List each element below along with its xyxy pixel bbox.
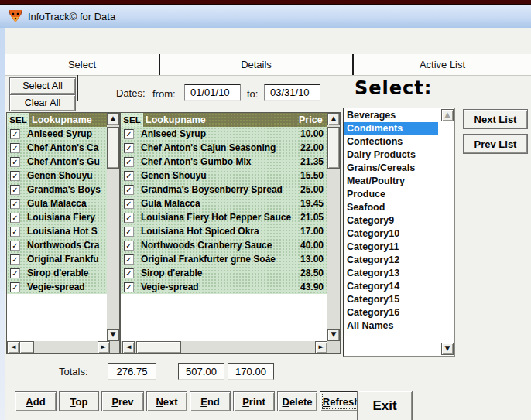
left-grid-hscroll-thumb[interactable] (19, 341, 34, 353)
row-checkbox-icon[interactable]: ✓ (124, 227, 134, 237)
left-grid-vscroll-thumb[interactable] (107, 127, 119, 169)
table-row[interactable]: ✓Genen Shouyu15.50 (121, 169, 327, 183)
row-checkbox-icon[interactable]: ✓ (10, 227, 20, 237)
row-checkbox-icon[interactable]: ✓ (10, 157, 20, 167)
category-item[interactable]: Beverages (344, 109, 438, 122)
scroll-up-icon[interactable]: ▲ (441, 109, 454, 121)
row-checkbox-icon[interactable]: ✓ (124, 171, 134, 181)
table-row[interactable]: ✓Sirop d'erable28.50 (121, 266, 327, 280)
table-row[interactable]: ✓Vegie-spread43.90 (121, 280, 327, 294)
row-checkbox-icon[interactable]: ✓ (124, 199, 134, 209)
scroll-down-icon[interactable]: ▼ (441, 343, 454, 355)
table-row[interactable]: ✓Grandma's Boysenberry Spread25.00 (121, 183, 327, 196)
row-checkbox-icon[interactable]: ✓ (10, 199, 20, 209)
nav-add-button[interactable]: Add (15, 391, 57, 411)
nav-delete-button[interactable]: Delete (277, 391, 317, 411)
table-row[interactable]: ✓Louisiana Hot Spiced Okra17.00 (121, 224, 327, 238)
table-row[interactable]: ✓Aniseed Syrup10.00 (121, 127, 327, 141)
category-item[interactable]: Category9 (344, 214, 438, 227)
right-grid-price-header[interactable]: Price (296, 113, 327, 127)
row-checkbox-icon[interactable]: ✓ (10, 143, 20, 153)
row-checkbox-icon[interactable]: ✓ (124, 254, 134, 265)
row-checkbox-icon[interactable]: ✓ (124, 143, 134, 153)
category-item[interactable]: Category14 (344, 280, 438, 293)
row-checkbox-icon[interactable]: ✓ (10, 171, 20, 181)
scroll-down-icon[interactable]: ▼ (107, 329, 119, 341)
scroll-right-icon[interactable]: ► (98, 341, 110, 353)
category-item[interactable]: Confections (344, 135, 438, 149)
table-row[interactable]: ✓Gula Malacca19.45 (121, 196, 327, 210)
table-row[interactable]: ✓Chef Anton's Gumbo Mix21.35 (121, 155, 327, 169)
table-row[interactable]: ✓Gula Malacca (7, 196, 107, 210)
row-checkbox-icon[interactable]: ✓ (124, 129, 134, 139)
row-checkbox-icon[interactable]: ✓ (10, 185, 20, 195)
category-item[interactable]: Condiments (344, 122, 438, 135)
nav-print-button[interactable]: Print (233, 391, 275, 411)
category-item[interactable]: Dairy Products (344, 149, 438, 162)
prev-list-button[interactable]: Prev List (463, 134, 528, 154)
row-checkbox-icon[interactable]: ✓ (10, 268, 20, 278)
category-item[interactable]: Category16 (344, 306, 438, 319)
category-item[interactable]: All Names (344, 319, 438, 333)
clear-all-button[interactable]: Clear All (9, 94, 76, 111)
row-checkbox-icon[interactable]: ✓ (10, 282, 20, 292)
scroll-left-icon[interactable]: ◄ (122, 341, 135, 353)
exit-button[interactable]: Exit (357, 391, 413, 420)
left-grid-name-header[interactable]: Lookupname (29, 113, 107, 127)
scroll-left-icon[interactable]: ◄ (7, 341, 19, 353)
tab-select[interactable]: Select (5, 54, 160, 75)
table-row[interactable]: ✓Sirop d'erable (7, 266, 107, 280)
category-item[interactable]: Category12 (344, 254, 438, 267)
category-item[interactable]: Category13 (344, 267, 438, 280)
row-checkbox-icon[interactable]: ✓ (10, 254, 20, 265)
table-row[interactable]: ✓Louisiana Hot S (7, 224, 107, 238)
table-row[interactable]: ✓Northwoods Cra (7, 238, 107, 252)
scroll-down-icon[interactable]: ▼ (327, 329, 340, 341)
row-checkbox-icon[interactable]: ✓ (10, 213, 20, 223)
category-item[interactable]: Category10 (344, 227, 438, 241)
nav-end-button[interactable]: End (190, 391, 231, 411)
table-row[interactable]: ✓Original Frankfurter grne Soáe13.00 (121, 252, 327, 266)
table-row[interactable]: ✓Louisiana Fiery (7, 210, 107, 224)
row-name: Sirop d'erable (141, 268, 203, 278)
row-checkbox-icon[interactable]: ✓ (10, 129, 20, 139)
table-row[interactable]: ✓Northwoods Cranberry Sauce40.00 (121, 238, 327, 252)
category-item[interactable]: Grains/Cereals (344, 162, 438, 175)
category-item[interactable]: Category11 (344, 241, 438, 254)
nav-next-button[interactable]: Next (146, 391, 187, 411)
table-row[interactable]: ✓Louisiana Fiery Hot Pepper Sauce21.05 (121, 210, 327, 224)
nav-prev-button[interactable]: Prev (101, 391, 144, 411)
table-row[interactable]: ✓Original Frankfu (7, 252, 107, 266)
table-row[interactable]: ✓Chef Anton's Gu (7, 155, 107, 169)
tab-details[interactable]: Details (160, 54, 354, 75)
row-checkbox-icon[interactable]: ✓ (124, 282, 134, 292)
row-checkbox-icon[interactable]: ✓ (124, 268, 134, 278)
table-row[interactable]: ✓Vegie-spread (7, 280, 107, 294)
row-checkbox-icon[interactable]: ✓ (124, 213, 134, 223)
scroll-up-icon[interactable]: ▲ (327, 113, 340, 125)
scroll-right-icon[interactable]: ► (315, 341, 327, 353)
category-item[interactable]: Category15 (344, 293, 438, 306)
row-checkbox-icon[interactable]: ✓ (10, 241, 20, 251)
table-row[interactable]: ✓Genen Shouyu (7, 169, 107, 183)
scroll-up-icon[interactable]: ▲ (107, 113, 119, 125)
table-row[interactable]: ✓Aniseed Syrup (7, 127, 107, 141)
category-item[interactable]: Meat/Poultry (344, 175, 438, 188)
right-grid-vscroll-thumb[interactable] (327, 127, 340, 169)
tab-active-list[interactable]: Active List (354, 54, 531, 75)
next-list-button[interactable]: Next List (463, 109, 528, 129)
table-row[interactable]: ✓Grandma's Boys (7, 183, 107, 196)
row-checkbox-icon[interactable]: ✓ (124, 185, 134, 195)
row-checkbox-icon[interactable]: ✓ (124, 241, 134, 251)
date-from-input[interactable] (184, 84, 241, 101)
select-all-button[interactable]: Select All (9, 77, 76, 94)
right-grid-hscroll-thumb[interactable] (136, 341, 181, 353)
row-checkbox-icon[interactable]: ✓ (124, 157, 134, 167)
category-item[interactable]: Seafood (344, 201, 438, 214)
category-item[interactable]: Produce (344, 188, 438, 201)
table-row[interactable]: ✓Chef Anton's Cajun Seasoning22.00 (121, 141, 327, 155)
date-to-input[interactable] (264, 84, 320, 101)
right-grid-name-header[interactable]: Lookupname (143, 113, 296, 127)
table-row[interactable]: ✓Chef Anton's Ca (7, 141, 107, 155)
nav-top-button[interactable]: Top (59, 391, 99, 411)
